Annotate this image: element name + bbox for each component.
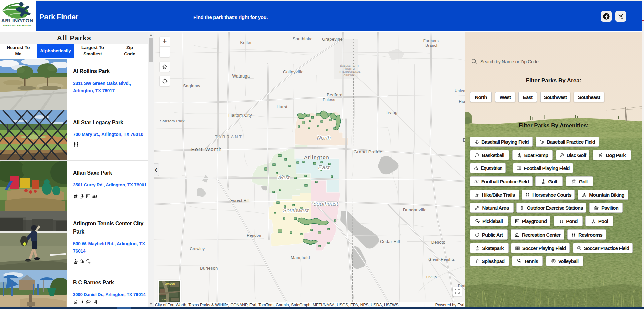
svg-text:Bedford: Bedford [327,93,342,97]
svg-text:Southwest: Southwest [283,207,309,213]
svg-text:Ovilla: Ovilla [426,275,437,279]
svg-text:Keller: Keller [240,40,252,45]
svg-text:North: North [317,135,331,141]
svg-text:Crowley: Crowley [190,247,205,251]
svg-text:Arlington: Arlington [304,155,329,160]
svg-text:PARKS AND RECREATION: PARKS AND RECREATION [3,24,32,27]
svg-text:Burleson: Burleson [200,266,218,271]
svg-text:Forest Hill: Forest Hill [230,198,249,202]
svg-text:Desoto: Desoto [431,240,446,245]
svg-text:Hig: Hig [459,99,465,103]
svg-text:Farmers: Farmers [423,39,439,43]
svg-text:Irving: Irving [386,110,398,115]
svg-text:Sansom Park: Sansom Park [160,119,185,123]
svg-text:DALLAS-FORT: DALLAS-FORT [340,64,359,67]
svg-text:WORTH: WORTH [345,67,355,70]
svg-text:Duncanville: Duncanville [403,208,427,212]
svg-text:West: West [277,174,290,180]
svg-text:Branch: Branch [425,43,438,47]
svg-text:LONDON: LONDON [165,283,175,285]
svg-text:ARLINGTON: ARLINGTON [1,18,33,23]
svg-text:INTERNATIONAL: INTERNATIONAL [339,70,361,73]
svg-text:Hurst: Hurst [277,105,287,109]
svg-text:AIRPORT: AIRPORT [344,73,356,76]
svg-text:Grand Prairie: Grand Prairie [354,149,383,154]
svg-text:Fort Worth: Fort Worth [191,146,222,152]
svg-text:Cedar Hill: Cedar Hill [380,239,400,244]
svg-text:Euless: Euless [323,98,335,102]
svg-text:Southlake: Southlake [293,37,313,41]
svg-text:Southeast: Southeast [313,201,339,207]
svg-text:Rendon: Rendon [247,233,261,237]
svg-text:Glenn Heights: Glenn Heights [428,257,455,261]
svg-text:East: East [318,164,330,170]
svg-text:Haltom City: Haltom City [228,113,252,118]
svg-text:Unive: Unive [455,89,465,93]
svg-text:Mansfield: Mansfield [291,255,310,260]
svg-text:FOREST: FOREST [162,298,168,300]
svg-text:Saginaw: Saginaw [183,84,200,88]
svg-text:Grapevine: Grapevine [322,37,343,42]
svg-text:TARRANT: TARRANT [215,135,243,139]
svg-text:D: D [463,137,465,143]
svg-text:Watauga: Watauga [232,74,250,79]
svg-text:Colleyville: Colleyville [283,70,304,74]
